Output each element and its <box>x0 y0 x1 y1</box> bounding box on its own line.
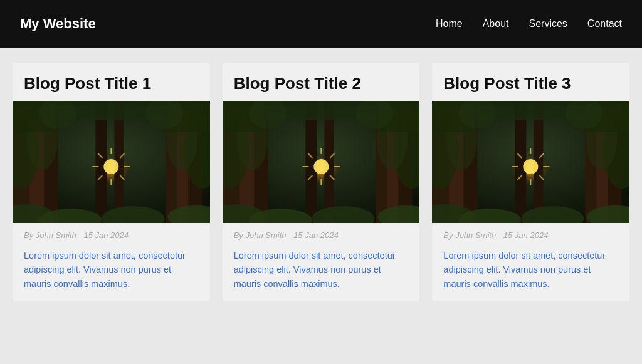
card-meta-2: By John Smith 15 Jan 2024 <box>223 223 420 244</box>
card-body-1: Lorem ipsum dolor sit amet, consectetur … <box>13 244 210 291</box>
card-title-3: Blog Post Title 3 <box>432 63 629 101</box>
site-title: My Website <box>20 16 96 32</box>
svg-point-51 <box>313 159 329 174</box>
card-author-2: By John Smith <box>234 231 287 240</box>
blog-card-2: Blog Post Title 2 <box>223 63 420 301</box>
blog-card-3: Blog Post Title 3 <box>432 63 629 301</box>
card-date-1: 15 Jan 2024 <box>83 231 129 240</box>
card-image-1 <box>13 101 210 223</box>
card-image-2 <box>223 101 420 223</box>
svg-point-83 <box>524 159 539 174</box>
card-body-3: Lorem ipsum dolor sit amet, consectetur … <box>432 244 629 291</box>
cards-container: Blog Post Title 1 <box>13 63 629 301</box>
card-meta-1: By John Smith 15 Jan 2024 <box>13 223 210 244</box>
card-meta-3: By John Smith 15 Jan 2024 <box>432 223 629 244</box>
card-title-1: Blog Post Title 1 <box>13 63 210 101</box>
main-nav: HomeAboutServicesContact <box>436 18 622 29</box>
nav-link-services[interactable]: Services <box>529 18 567 29</box>
card-title-2: Blog Post Title 2 <box>223 63 420 101</box>
card-body-2: Lorem ipsum dolor sit amet, consectetur … <box>223 244 420 291</box>
nav-link-about[interactable]: About <box>483 18 509 29</box>
blog-card-1: Blog Post Title 1 <box>13 63 210 301</box>
card-date-3: 15 Jan 2024 <box>503 231 549 240</box>
card-author-3: By John Smith <box>443 231 496 240</box>
site-header: My Website HomeAboutServicesContact <box>0 0 642 48</box>
svg-point-19 <box>103 159 118 174</box>
main-content: Blog Post Title 1 <box>0 48 642 316</box>
nav-link-home[interactable]: Home <box>436 18 463 29</box>
card-author-1: By John Smith <box>24 231 76 240</box>
card-date-2: 15 Jan 2024 <box>293 231 339 240</box>
card-image-3 <box>432 101 629 223</box>
nav-link-contact[interactable]: Contact <box>587 18 622 29</box>
